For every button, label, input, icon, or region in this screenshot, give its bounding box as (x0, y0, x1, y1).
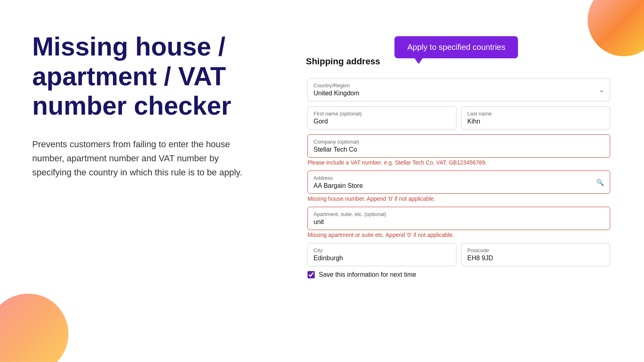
address-error: Missing house number. Append '0' if not … (308, 195, 610, 202)
chevron-down-icon: ⌄ (599, 86, 604, 94)
address-field[interactable]: Address AA Bargain Store 🔍 (308, 171, 610, 194)
apartment-label: Apartment, suite, etc. (optional) (314, 211, 604, 217)
search-icon: 🔍 (596, 179, 604, 186)
shipping-form: Country/Region United Kingdom ⌄ First na… (306, 78, 612, 278)
postcode-value: EH8 9JD (467, 255, 493, 261)
page-title: Missing house / apartment / VAT number c… (32, 32, 258, 121)
last-name-label: Last name (467, 111, 604, 117)
last-name-value: Kihn (467, 118, 480, 125)
apartment-field[interactable]: Apartment, suite, etc. (optional) unit (308, 207, 610, 230)
tooltip-label: Apply to specified countries (407, 43, 505, 51)
city-field[interactable]: City Edinburgh (308, 243, 456, 266)
right-panel: Apply to specified countries Shipping ad… (282, 0, 644, 362)
save-info-checkbox[interactable] (308, 271, 315, 278)
city-value: Edinburgh (314, 255, 343, 261)
company-value: Stellar Tech Co (314, 146, 357, 153)
company-hint: Please include a VAT number. e.g. Stella… (308, 159, 610, 166)
country-field[interactable]: Country/Region United Kingdom ⌄ (308, 78, 610, 101)
save-info-label: Save this information for next time (319, 271, 416, 278)
last-name-field[interactable]: Last name Kihn (461, 106, 610, 130)
city-label: City (314, 247, 450, 253)
first-name-field[interactable]: First name (optional) Gord (308, 106, 456, 130)
postcode-label: Postcode (467, 247, 604, 253)
apply-countries-tooltip[interactable]: Apply to specified countries (394, 36, 518, 58)
name-row: First name (optional) Gord Last name Kih… (308, 106, 610, 130)
page-description: Prevents customers from failing to enter… (32, 137, 258, 180)
company-field[interactable]: Company (optional) Stellar Tech Co (308, 134, 610, 158)
country-label: Country/Region (314, 82, 604, 88)
apartment-error: Missing apartment or suite etc. Append '… (308, 232, 610, 238)
address-value: AA Bargain Store (314, 182, 363, 189)
address-label: Address (314, 175, 604, 181)
postcode-field[interactable]: Postcode EH8 9JD (461, 243, 610, 266)
apartment-value: unit (314, 218, 324, 225)
first-name-value: Gord (314, 118, 328, 125)
save-info-row[interactable]: Save this information for next time (308, 271, 610, 278)
country-value: United Kingdom (314, 90, 359, 97)
company-label: Company (optional) (314, 139, 604, 145)
city-postcode-row: City Edinburgh Postcode EH8 9JD (308, 243, 610, 266)
first-name-label: First name (optional) (314, 111, 450, 117)
